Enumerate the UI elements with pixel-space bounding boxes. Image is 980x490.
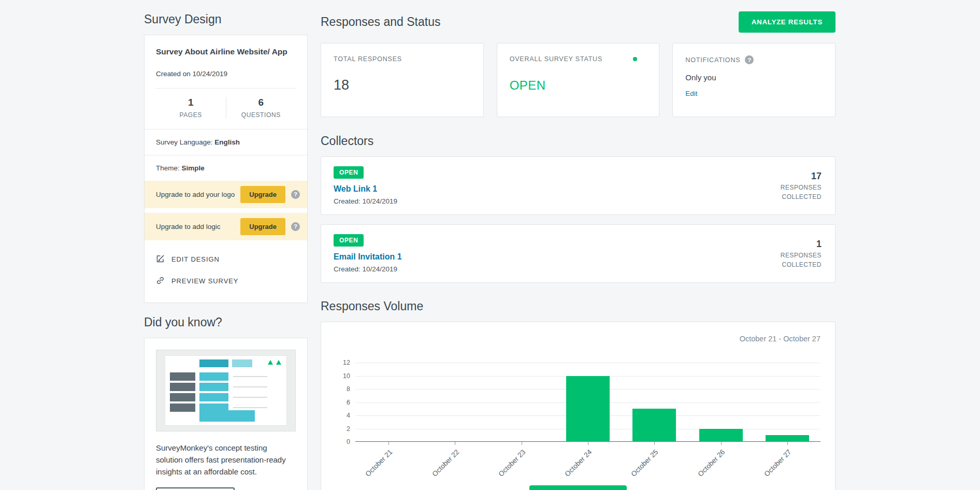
- chart-x-label-slot: October 25: [621, 442, 687, 483]
- chart-x-tick-label: October 26: [696, 448, 726, 478]
- chart-bar-slot: [621, 363, 687, 442]
- chart-x-tick-label: October 27: [763, 448, 793, 478]
- survey-language-label: Survey Language:: [156, 138, 213, 146]
- chart-x-label-slot: October 22: [422, 442, 488, 483]
- chart-y-tick-label: 12: [343, 359, 350, 366]
- notifications-card: NOTIFICATIONS ? Only you Edit: [672, 43, 835, 117]
- promo-image-mockup: [165, 355, 287, 426]
- chart-y-tick-label: 2: [347, 425, 350, 433]
- chart-x-label-slot: October 26: [687, 442, 754, 483]
- main-header: Responses and Status ANALYZE RESULTS: [321, 11, 835, 33]
- stat-questions: 6 QUESTIONS: [226, 97, 296, 119]
- collectors-title: Collectors: [321, 134, 835, 148]
- notifications-edit-link[interactable]: Edit: [685, 90, 697, 97]
- responses-status-title: Responses and Status: [321, 15, 440, 29]
- upgrade-logic-row: Upgrade to add logic Upgrade ?: [145, 213, 307, 240]
- survey-status-card: OVERALL SURVEY STATUS OPEN: [497, 43, 660, 117]
- notifications-label: NOTIFICATIONS: [685, 56, 740, 64]
- survey-theme-row: Theme: Simple: [145, 155, 307, 181]
- collector-info: OPEN Email Invitation 1 Created: 10/24/2…: [334, 234, 402, 273]
- edit-icon: [156, 254, 165, 265]
- up-arrow-icon: [268, 360, 273, 365]
- collector-row-weblink[interactable]: OPEN Web Link 1 Created: 10/24/2019 17 R…: [321, 156, 835, 215]
- chart-x-axis-labels: October 21October 22October 23October 24…: [355, 442, 820, 483]
- chart-y-tick-label: 0: [347, 438, 350, 445]
- collector-row-email-invitation[interactable]: OPEN Email Invitation 1 Created: 10/24/2…: [321, 224, 835, 283]
- collector-created-date: Created: 10/24/2019: [334, 265, 402, 273]
- chart-bar-slot: [754, 363, 820, 442]
- responses-volume-card: October 21 - October 27 024681012 Octobe…: [321, 322, 835, 490]
- notifications-value: Only you: [685, 73, 823, 82]
- chart-y-tick-label: 8: [347, 385, 350, 393]
- total-responses-card: TOTAL RESPONSES 18: [321, 43, 484, 117]
- upgrade-logo-button[interactable]: Upgrade: [240, 186, 285, 203]
- survey-actions: EDIT DESIGN PREVIEW SURVEY: [145, 240, 307, 302]
- survey-stats: 1 PAGES 6 QUESTIONS: [156, 88, 296, 129]
- chart-bar: [766, 435, 809, 442]
- upgrade-logic-button[interactable]: Upgrade: [240, 218, 285, 235]
- pages-label: PAGES: [156, 111, 226, 119]
- survey-theme-label: Theme:: [156, 164, 180, 172]
- open-status-dot-icon: [633, 57, 637, 61]
- chart-y-tick-label: 6: [347, 399, 350, 406]
- survey-language-row: Survey Language: English: [145, 129, 307, 155]
- chart-y-tick-label: 4: [347, 412, 350, 419]
- promo-image: [156, 350, 296, 431]
- chart-x-tick-label: October 25: [630, 448, 660, 478]
- survey-design-head: Survey About Airline Website/ App Create…: [145, 35, 307, 129]
- total-responses-label: TOTAL RESPONSES: [334, 55, 471, 63]
- collector-name-link[interactable]: Web Link 1: [334, 184, 397, 194]
- chart-x-tick-label: October 22: [430, 448, 460, 478]
- chart-bar-slot: [355, 363, 422, 442]
- overall-status-label: OVERALL SURVEY STATUS: [510, 55, 602, 63]
- upgrade-logo-row: Upgrade to add your logo Upgrade ?: [145, 181, 307, 208]
- chart-bars: [355, 363, 820, 442]
- preview-survey-label: PREVIEW SURVEY: [171, 277, 238, 285]
- help-icon[interactable]: ?: [291, 222, 300, 231]
- chart-y-axis: 024681012: [336, 363, 355, 442]
- help-icon[interactable]: ?: [291, 190, 300, 199]
- promo-text: SurveyMonkey's concept testing solution …: [156, 442, 296, 478]
- responses-count: 17: [781, 171, 822, 182]
- help-icon[interactable]: ?: [745, 55, 754, 64]
- total-responses-value: 18: [334, 77, 471, 93]
- responses-label: RESPONSES: [781, 252, 822, 259]
- survey-title: Survey About Airline Website/ App: [156, 47, 296, 57]
- collector-name-link[interactable]: Email Invitation 1: [334, 252, 402, 262]
- upgrade-logic-text: Upgrade to add logic: [156, 223, 240, 230]
- edit-design-button[interactable]: EDIT DESIGN: [156, 249, 296, 270]
- chart-bar: [566, 376, 610, 442]
- collector-responses: 17 RESPONSES COLLECTED: [781, 171, 822, 200]
- survey-language-value: English: [214, 138, 240, 146]
- did-you-know-title: Did you know?: [144, 315, 308, 329]
- survey-created-date: Created on 10/24/2019: [156, 70, 296, 78]
- chart-bar: [632, 409, 676, 442]
- analyze-results-button-top[interactable]: ANALYZE RESULTS: [739, 11, 835, 33]
- chart-date-range: October 21 - October 27: [336, 335, 820, 343]
- responses-count: 1: [781, 239, 822, 250]
- chart-bar-slot: [555, 363, 621, 442]
- questions-count: 6: [226, 97, 296, 108]
- status-cards-row: TOTAL RESPONSES 18 OVERALL SURVEY STATUS…: [321, 43, 835, 117]
- main-content: Responses and Status ANALYZE RESULTS TOT…: [321, 0, 835, 490]
- preview-survey-button[interactable]: PREVIEW SURVEY: [156, 270, 296, 292]
- survey-theme-value: Simple: [182, 164, 205, 172]
- chart-x-tick-label: October 24: [564, 448, 594, 478]
- analyze-results-button-bottom[interactable]: ANALYZE RESULTS: [529, 485, 626, 490]
- collector-info: OPEN Web Link 1 Created: 10/24/2019: [334, 166, 397, 205]
- overall-status-value: OPEN: [510, 78, 647, 93]
- promo-cta-button[interactable]: [156, 487, 235, 490]
- chart-bar-slot: [422, 363, 488, 442]
- questions-label: QUESTIONS: [226, 111, 296, 119]
- pages-count: 1: [156, 97, 226, 108]
- responses-volume-chart: 024681012 October 21October 22October 23…: [336, 363, 820, 483]
- status-badge: OPEN: [334, 166, 364, 179]
- collected-label: COLLECTED: [781, 261, 822, 268]
- chart-bar-slot: [488, 363, 555, 442]
- chart-y-tick-label: 10: [343, 372, 350, 380]
- stat-pages: 1 PAGES: [156, 97, 226, 119]
- chart-x-label-slot: October 23: [488, 442, 555, 483]
- edit-design-label: EDIT DESIGN: [171, 255, 220, 263]
- chart-plot-area: [355, 363, 820, 442]
- up-arrow-icon: [276, 360, 281, 365]
